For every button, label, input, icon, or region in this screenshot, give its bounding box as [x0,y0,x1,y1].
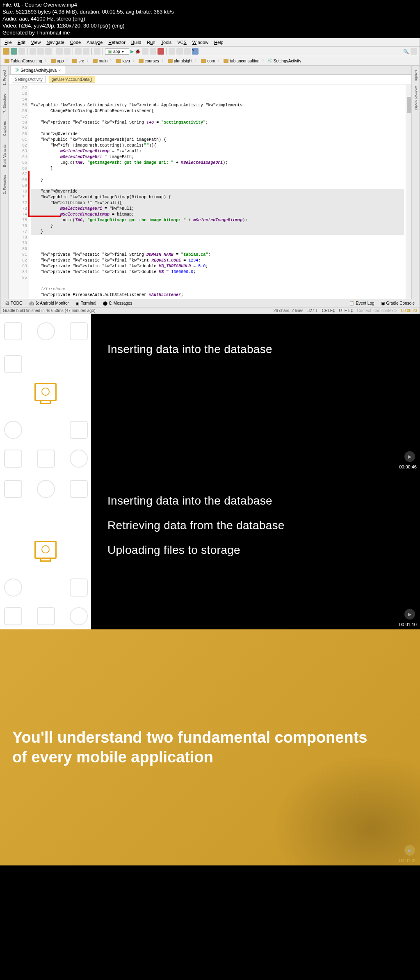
open-icon[interactable] [3,48,9,55]
tab-todo[interactable]: ☑ TODO [2,300,26,306]
toolbar: ▣ app ▾ ▶ 🐞 ? 🔍 [0,47,420,56]
menu-edit[interactable]: Edit [15,39,28,46]
forward-icon[interactable] [83,48,89,55]
menu-window[interactable]: Window [190,39,211,46]
search-icon[interactable]: 🔍 [403,49,409,54]
status-bar: Gradle build finished in 4s 650ms (47 mi… [0,307,420,314]
tab-captures[interactable]: Captures [2,119,7,139]
menubar: File Edit View Navigate Code Analyze Ref… [0,38,420,47]
ide-window: File Edit View Navigate Code Analyze Ref… [0,38,420,314]
bc-courses[interactable]: courses [137,58,161,64]
save-icon[interactable] [11,48,17,55]
menu-run[interactable]: Run [144,39,158,46]
tab-gradle[interactable]: Gradle [413,67,419,83]
slide-2: Inserting data into the database Retriev… [0,472,420,629]
slide-line-1: Inserting data into the database [107,494,404,507]
timestamp: 00:01:10 [399,622,417,627]
slide-1: Inserting data into the database ▶ 00:00… [0,314,420,472]
run-icon[interactable]: ▶ [130,49,134,54]
menu-view[interactable]: View [29,39,43,46]
bc-main[interactable]: main [91,58,110,64]
code-editor[interactable]: 5253545556575859606162636465666768697071… [9,85,411,299]
stop-icon[interactable] [158,48,164,55]
audio-line: Audio: aac, 44100 Hz, stereo (eng) [2,16,418,23]
timestamp: 00:01:32 [399,858,417,863]
vertical-scrollbar[interactable] [406,85,411,299]
bc-java[interactable]: java [114,58,131,64]
paste-icon[interactable] [45,48,52,55]
file-line: File: 01 - Course Overview.mp4 [2,2,418,9]
tab-structure[interactable]: 7: Structure [2,91,7,115]
status-position: 327:1 [308,308,318,313]
tab-favorites[interactable]: 2: Favorites [2,172,7,197]
cut-icon[interactable] [30,48,36,55]
code-content[interactable]: "kw">public "kw">class SettingsActivity … [29,85,406,299]
status-context: Context: <no context> [357,308,397,313]
class-icon: ⓒ [15,67,19,73]
video-line: Video: h264, yuv420p, 1280x720, 30.00 fp… [2,23,418,30]
bc-pluralsight[interactable]: pluralsight [166,58,194,64]
build-icon[interactable] [94,48,100,55]
menu-vcs[interactable]: VCS [175,39,189,46]
menu-help[interactable]: Help [212,39,226,46]
slide-content: Inserting data into the database Retriev… [91,472,420,629]
gutter-icons [9,85,15,299]
bc-com[interactable]: com [199,58,217,64]
editor-tabs: ⓒ SettingsActivity.java × [9,66,411,75]
status-chars: 26 chars, 2 lines [274,308,304,313]
tab-messages[interactable]: ⬤ 0: Messages [100,300,136,306]
slide-line-3: Uploading files to storage [107,544,404,557]
help-icon[interactable]: ? [192,48,199,55]
attach-icon[interactable] [150,48,156,55]
menu-refactor[interactable]: Refactor [106,39,128,46]
tab-android-model[interactable]: Android Model [413,83,419,112]
video-metadata: File: 01 - Course Overview.mp4 Size: 522… [0,0,420,38]
menu-code[interactable]: Code [68,39,83,46]
sdk-icon[interactable] [176,48,183,55]
sync-icon[interactable] [18,48,25,55]
close-icon[interactable]: × [58,68,61,73]
menu-navigate[interactable]: Navigate [44,39,66,46]
run-config-selector[interactable]: ▣ app ▾ [105,48,129,55]
status-line-sep[interactable]: CRLF‡ [322,308,335,313]
back-icon[interactable] [75,48,82,55]
avd-icon[interactable] [169,48,175,55]
tab-build-variants[interactable]: Build Variants [2,142,7,170]
tab-android-monitor[interactable]: 🤖 6: Android Monitor [26,300,72,306]
slide-left-panel [0,472,91,629]
bc-class[interactable]: ⓒSettingsActivity [267,57,303,64]
timestamp: 00:00:46 [399,464,417,469]
tab-project[interactable]: 1: Project [2,67,7,88]
redo-icon[interactable] [64,48,71,55]
menu-analyze[interactable]: Analyze [84,39,105,46]
menu-build[interactable]: Build [129,39,144,46]
status-encoding[interactable]: UTF-8‡ [339,308,353,313]
bc-pkg[interactable]: tabianconsulting [222,58,261,64]
menu-file[interactable]: File [2,39,14,46]
profile-icon[interactable] [142,48,148,55]
tab-gradle-console[interactable]: ▣ Gradle Console [378,300,418,306]
scroll-thumb[interactable] [407,97,411,113]
chevron-down-icon: ▾ [122,49,124,54]
bc-project[interactable]: TabianConsulting [3,58,44,64]
hex-monitor-icon [17,521,74,578]
menu-tools[interactable]: Tools [159,39,174,46]
bc-app[interactable]: app [49,58,66,64]
debug-icon[interactable]: 🐞 [135,49,141,54]
android-icon: ▣ [108,49,112,54]
status-message: Gradle build finished in 4s 650ms (47 mi… [3,308,96,313]
filter-icon[interactable] [411,48,417,55]
right-tool-tabs: Gradle Android Model [411,66,420,299]
laptop-shadow [256,742,420,865]
status-time: 00:00:23 [401,308,417,313]
hex-monitor-icon [17,363,74,421]
copy-icon[interactable] [37,48,44,55]
bc-src[interactable]: src [71,58,85,64]
tab-event-log[interactable]: 📋 Event Log [346,300,377,306]
crumb-method[interactable]: getUserAccountData() [49,76,95,83]
settings-icon[interactable] [184,48,191,55]
undo-icon[interactable] [56,48,63,55]
editor-tab-settings[interactable]: ⓒ SettingsActivity.java × [10,66,65,74]
crumb-class[interactable]: SettingsActivity [12,76,46,83]
tab-terminal[interactable]: ▣ Terminal [72,300,100,306]
